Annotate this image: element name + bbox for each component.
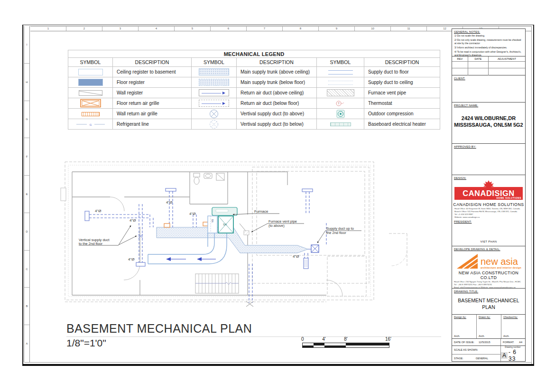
byline-section: Design by: Arch. Drawn by: Arch. Checked… [452,315,525,339]
general-notes-section: GENERAL NOTES: 1/ Do not scale the drawi… [452,29,525,56]
wall-register-symbol [79,90,102,96]
date-of-issue-value: 12/5/2015 [479,341,490,344]
plan-labels: 4"Ø 4"Ø 4"Ø 4"Ø 4"Ø 4"Ø Vertical supply … [79,200,354,261]
legend-desc: Furnace vent pipe [364,88,440,98]
frame-top [22,25,534,25]
legend-desc: Ceiling register to basement [113,67,192,77]
legend-desc: Main supply trunk (above ceiling) [237,67,317,77]
rev-header: REV [452,56,468,62]
mechanical-legend-table: MECHANICAL LEGEND SYMBOL DESCRIPTION SYM… [68,50,440,130]
general-note: 3/ Inform architect immediately of discr… [452,45,525,49]
president-name: VIET PHAN [452,240,525,246]
thermostat-symbol: T [335,100,346,107]
door-arcs [61,188,342,296]
bathroom-fixtures [194,173,224,185]
develope-company-name: NEW ASIA CONSTRUCTION CO.LTD [452,271,525,280]
project-name-label: PROJECT NAME: [452,103,525,107]
ruler-letter: D [24,213,29,251]
rev-cell [489,68,525,75]
rev-cell [452,62,468,68]
develope-address-line: Head Office: 234 Nguyen Trong Tuyen St.,… [454,280,523,283]
floor-register-symbol [78,79,103,86]
design-by-label: Design by: [454,316,476,318]
design-by-value: Arch. [454,335,476,337]
furnace-label: Furnace [254,209,268,214]
drawing-number-box: Drawing number: A - 6 33 [501,346,525,362]
legend-desc: Return air duct (above ceiling) [237,88,317,98]
scale-tick: 4' [322,336,325,342]
legend-desc: Supply duct to ceiling [364,77,440,88]
drawn-by-value: Arch. [479,335,501,337]
legend-title: MECHANICAL LEGEND [68,50,440,58]
drawing-number-prefix: A [501,352,508,359]
general-note: 4/ To be read in conjunction with other … [452,49,525,57]
date-header: DATE [468,56,489,62]
drawn-by-label: Drawn by: [479,316,501,318]
duct-registers [85,188,313,307]
legend-desc: Wall register [113,88,192,98]
bottom-row: SCALE AS SHOWN: STAGE: GENERAL Drawing n… [452,346,525,361]
legend-desc: Wall return air grille [113,109,192,119]
new-asia-logo: new asia architecture and interior desig… [456,253,522,269]
return-air-arrows [166,257,216,261]
new-asia-sail-icon [456,253,479,269]
duct-size-label: 4"Ø [166,200,173,205]
scale-ticks: 0 4' 8' 16' [302,336,389,343]
ruler-number: 6 [211,27,247,31]
supply-duct-ceiling-symbol [328,81,353,85]
frame-bottom [22,364,534,366]
plan-walls [72,172,326,295]
duct-size-label: 4"Ø [130,218,136,223]
rev-cell [468,68,489,75]
scale-tick: 8' [344,336,347,342]
format-value: A4 [519,341,522,344]
ruler-letter: F [24,138,29,176]
client-label: CLIENT: [452,75,525,80]
grid-ruler-left: I H G F E D C B A [24,26,30,362]
return-duct-below-symbol [199,100,229,107]
scale-tick: 16' [385,336,391,342]
general-notes-label: GENERAL NOTES: [452,29,525,33]
refrigerant-line-symbol: G [76,122,105,127]
design-section: DESIGN: CANADISIGN HOME SOLUTIONS CANADI… [452,175,525,246]
plan-boundary [65,162,407,302]
thermostat-letter: T [338,102,340,105]
drawing-title-line1: BASEMENT MECHANICEL [452,297,525,304]
ruler-number: 3 [102,27,139,31]
adjustment-header: ADJUSTMENT [489,56,525,62]
ruler-number: 2 [66,27,102,31]
canadisign-logo: CANADISIGN HOME SOLUTIONS [454,187,523,200]
vertical-supply-label: to the 2nd floor [79,242,103,246]
stairs [195,274,239,293]
project-address-line2: MISSISSAUGA, ONL5M 5G2 [452,121,525,128]
supply-air-label: SA [223,223,227,226]
legend-header: SYMBOL [317,58,364,67]
vent-pipe-label: Furnace vent pipe [268,219,297,224]
duct-size-label: 4"Ø [128,257,135,261]
scale-bar [302,343,389,348]
outdoor-compression-symbol [336,110,345,118]
legend-desc: Supply duct to floor [364,67,440,77]
drawing-number-value: - 6 33 [509,349,525,362]
ruler-number: 5 [175,27,211,31]
vertical-supply-above-symbol [209,109,219,119]
legend-desc: Thermostat [364,98,440,109]
ruler-number: 7 [247,27,283,31]
supply-trunk-below-symbol [199,79,229,86]
legend-header: SYMBOL [192,58,237,67]
new-asia-logo-text: new asia [481,257,521,266]
frame-bottom-inner [24,362,532,363]
return-air-label: RA [211,219,214,223]
furnace-vent-pipe-symbol [327,89,354,96]
main-supply-trunk [157,227,308,253]
legend-desc: Return air duct (below floor) [237,98,317,109]
legend-desc: Main supply trunk (below floor) [237,77,317,88]
supply-duct-floor-symbol [328,70,353,75]
branch-ducts [89,191,326,303]
ruler-letter: H [24,64,29,101]
date-of-issue-label: DATE OF ISSUE: [454,341,474,344]
drawing-title-section: DRAWING TITLE: BASEMENT MECHANICEL PLAN [452,289,525,315]
legend-desc: Baseboard electrical heater [364,119,440,130]
ruler-number: 9 [319,27,355,31]
supply-up-label: Supply duct up to [326,226,354,231]
